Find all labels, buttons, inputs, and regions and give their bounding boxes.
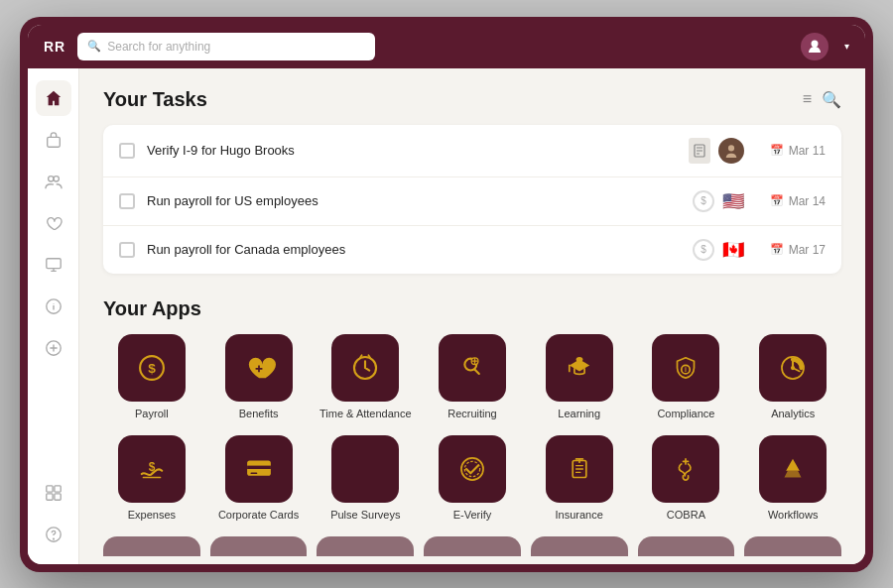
avatar: [718, 138, 744, 164]
partial-app-icon: [638, 536, 735, 556]
search-tasks-icon[interactable]: 🔍: [822, 90, 841, 109]
apps-grid-row2: $ Expenses: [103, 435, 841, 521]
svg-point-0: [812, 40, 819, 47]
app-analytics[interactable]: Analytics: [744, 334, 841, 419]
tasks-list: Verify I-9 for Hugo Brooks: [103, 125, 841, 274]
svg-text:i: i: [685, 366, 687, 373]
task-checkbox-3[interactable]: [119, 242, 135, 258]
surveys-icon-box: 😊 😐 😕 😊: [331, 435, 399, 503]
tasks-actions: ≡ 🔍: [803, 90, 841, 109]
dollar-circle-icon-2: $: [693, 239, 714, 261]
svg-rect-1: [47, 137, 60, 147]
user-menu-chevron[interactable]: ▾: [844, 41, 849, 52]
svg-point-3: [54, 176, 59, 180]
sidebar-item-add[interactable]: [36, 330, 71, 366]
workflows-label: Workflows: [768, 509, 819, 521]
inner-frame: RR 🔍 Search for anything ▾: [28, 25, 865, 564]
top-bar: RR 🔍 Search for anything ▾: [28, 25, 865, 68]
analytics-label: Analytics: [771, 408, 815, 419]
app-learning[interactable]: Learning: [531, 334, 628, 419]
sidebar-item-jobs[interactable]: [36, 122, 71, 158]
time-label: Time & Attendance: [319, 408, 412, 419]
sidebar-item-monitor[interactable]: [36, 247, 71, 283]
app-time[interactable]: Time & Attendance: [317, 334, 414, 419]
sidebar-item-benefits[interactable]: [36, 205, 71, 241]
compliance-icon-box: i: [652, 334, 719, 402]
everify-icon-box: [439, 435, 506, 503]
partial-app-icon: [424, 536, 521, 556]
benefits-icon-box: [225, 334, 293, 402]
calendar-icon: 📅: [770, 194, 784, 207]
task-label-3: Run payroll for Canada employees: [147, 242, 681, 257]
cobra-label: COBRA: [667, 509, 705, 521]
svg-text:😊: 😊: [358, 459, 372, 473]
app-compliance[interactable]: i Compliance: [638, 334, 735, 419]
app-workflows[interactable]: Workflows: [744, 435, 841, 521]
task-date-3: 📅 Mar 17: [756, 243, 826, 257]
apps-title: Your Apps: [103, 297, 201, 320]
filter-icon[interactable]: ≡: [803, 90, 812, 109]
app-expenses[interactable]: $ Expenses: [103, 435, 200, 521]
svg-rect-7: [46, 485, 52, 491]
task-date-2: 📅 Mar 14: [756, 194, 826, 208]
calendar-icon: 📅: [770, 243, 784, 256]
document-icon: [689, 138, 710, 164]
surveys-label: Pulse Surveys: [330, 509, 400, 521]
svg-rect-9: [46, 493, 52, 499]
sidebar: [28, 68, 79, 564]
app-everify[interactable]: E-Verify: [424, 435, 521, 521]
partial-app-icon: [744, 536, 841, 556]
logo: RR: [44, 39, 65, 55]
svg-rect-4: [46, 258, 60, 268]
search-bar[interactable]: 🔍 Search for anything: [77, 33, 375, 60]
learning-icon-box: [546, 334, 613, 402]
canada-flag-icon: 🇨🇦: [722, 239, 744, 261]
everify-label: E-Verify: [453, 509, 492, 521]
apps-grid-row3-partial: [103, 536, 841, 556]
recruiting-icon-box: [439, 334, 506, 402]
benefits-label: Benefits: [239, 408, 279, 419]
sidebar-item-help[interactable]: [36, 517, 71, 552]
us-flag-icon: 🇺🇸: [722, 190, 744, 212]
cobra-icon-box: [652, 435, 719, 503]
task-icons-3: $ 🇨🇦: [693, 239, 744, 261]
svg-text:😐: 😐: [367, 459, 381, 473]
svg-rect-29: [250, 472, 257, 474]
table-row: Run payroll for Canada employees $ 🇨🇦 📅 …: [103, 226, 841, 274]
task-icons-2: $ 🇺🇸: [693, 190, 744, 212]
sidebar-item-group[interactable]: [36, 475, 71, 511]
calendar-icon: 📅: [770, 144, 784, 157]
insurance-icon-box: [546, 435, 613, 503]
tasks-title: Your Tasks: [103, 88, 207, 111]
app-recruiting[interactable]: Recruiting: [424, 334, 521, 419]
insurance-label: Insurance: [556, 509, 603, 521]
svg-rect-28: [247, 465, 271, 468]
table-row: Verify I-9 for Hugo Brooks: [103, 125, 841, 177]
app-insurance[interactable]: Insurance: [531, 435, 628, 521]
user-avatar[interactable]: [801, 33, 829, 60]
learning-label: Learning: [558, 408, 600, 419]
svg-point-25: [791, 365, 795, 369]
sidebar-item-info[interactable]: [36, 289, 71, 324]
content-area: Your Tasks ≡ 🔍 Verify I-9 for Hugo Brook…: [79, 68, 865, 564]
sidebar-item-home[interactable]: [36, 80, 71, 116]
app-pulse-surveys[interactable]: 😊 😐 😕 😊 Pulse Surveys: [317, 435, 414, 521]
recruiting-label: Recruiting: [447, 408, 497, 419]
analytics-icon-box: [759, 334, 827, 402]
apps-header: Your Apps: [103, 297, 841, 320]
payroll-label: Payroll: [135, 408, 169, 419]
task-checkbox-2[interactable]: [119, 193, 135, 209]
app-payroll[interactable]: $ Payroll: [103, 334, 200, 419]
task-checkbox-1[interactable]: [119, 143, 135, 159]
svg-point-2: [48, 176, 53, 180]
app-benefits[interactable]: Benefits: [210, 334, 308, 419]
partial-app-icon: [531, 536, 628, 556]
partial-app-icon: [103, 536, 200, 556]
app-corporate-cards[interactable]: Corporate Cards: [210, 435, 308, 521]
app-cobra[interactable]: COBRA: [638, 435, 735, 521]
task-icons-1: [689, 138, 744, 164]
partial-app-icon: [210, 536, 308, 556]
dollar-circle-icon: $: [693, 190, 714, 212]
svg-text:$: $: [149, 459, 156, 473]
sidebar-item-people[interactable]: [36, 164, 71, 199]
